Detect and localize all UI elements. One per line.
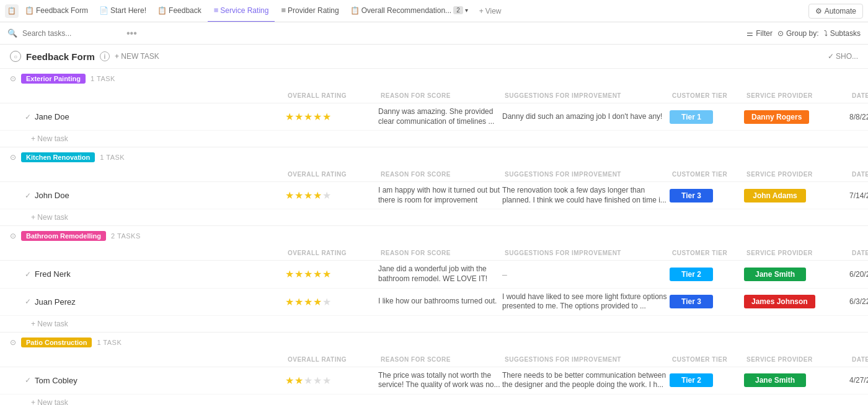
more-options-icon[interactable]: ••• [126, 28, 137, 39]
feedback-label: Feedback [169, 6, 202, 15]
show-btn[interactable]: ✓ SHO... [828, 52, 858, 61]
group-by-btn[interactable]: ⊙ Group by: [777, 29, 819, 38]
task-date: 6/3/22 [849, 297, 868, 306]
form-collapse-icon[interactable]: ○ [10, 51, 21, 62]
col-reason: REASON FOR SCORE [378, 355, 502, 364]
new-task-row[interactable]: + New task [0, 131, 868, 147]
info-icon[interactable]: i [100, 51, 110, 61]
filter-label: Filter [756, 29, 773, 38]
task-date: 6/20/22 [849, 270, 868, 279]
task-name-cell[interactable]: ✓ Fred Nerk [25, 269, 285, 279]
suggestions-text: The renovation took a few days longer th… [502, 186, 670, 205]
task-name-text: Tom Cobley [35, 376, 78, 385]
provider-rating-label: Provider Rating [288, 6, 339, 15]
star-filled-icon: ★ [285, 189, 294, 201]
filter-btn[interactable]: ⚌ Filter [746, 29, 773, 38]
task-date: 4/27/22 [849, 376, 868, 385]
search-input[interactable] [22, 29, 122, 38]
task-name-cell[interactable]: ✓ Tom Cobley [25, 376, 285, 385]
new-task-row[interactable]: + New task [0, 209, 868, 225]
provider-badge: James Johnson [744, 295, 815, 308]
page-title: Feedback Form [26, 51, 95, 62]
tab-overall-recommendation[interactable]: 📋 Overall Recommendation... 2 ▾ [345, 0, 473, 22]
section-exterior-painting: ⊙ Exterior Painting 1 TASK OVERALL RATIN… [0, 69, 868, 147]
col-service-provider: SERVICE PROVIDER [744, 355, 849, 364]
task-customer-tier: Tier 2 [670, 373, 744, 387]
star-filled-icon: ★ [313, 296, 322, 308]
task-suggestions: Danny did such an amazing job I don't ha… [502, 112, 670, 122]
automate-icon: ⚙ [815, 7, 822, 15]
section-collapse-icon[interactable]: ⊙ [10, 338, 16, 347]
column-headers: OVERALL RATING REASON FOR SCORE SUGGESTI… [0, 89, 868, 103]
star-empty-icon: ★ [313, 375, 322, 386]
task-stars: ★★★★★ [285, 189, 378, 201]
automate-btn[interactable]: ⚙ Automate [808, 4, 863, 19]
section-header: ⊙ Exterior Painting 1 TASK [0, 69, 868, 89]
provider-badge: John Adams [744, 189, 806, 202]
task-name-text: Fred Nerk [35, 269, 71, 279]
col-suggestions: SUGGESTIONS FOR IMPROVEMENT [502, 91, 670, 100]
group-by-label: Group by: [786, 29, 819, 38]
add-view-label: View [485, 7, 502, 15]
star-filled-icon: ★ [322, 111, 331, 123]
tab-feedback-form[interactable]: 📋 Feedback Form [20, 0, 93, 22]
task-stars: ★★★★★ [285, 296, 378, 308]
task-suggestions: There needs to be better communication b… [502, 371, 670, 390]
tab-provider-rating[interactable]: ≡ Provider Rating [276, 0, 343, 22]
group-by-icon: ⊙ [777, 29, 784, 38]
task-service-provider: Danny Rogers [744, 110, 849, 124]
task-suggestions: – [502, 269, 670, 279]
task-row: ✓ Fred Nerk ★★★★★ Jane did a wonderful j… [0, 261, 868, 288]
star-empty-icon: ★ [322, 375, 331, 386]
section-bathroom-remodelling: ⊙ Bathroom Remodelling 2 TASKS OVERALL R… [0, 226, 868, 332]
column-headers: OVERALL RATING REASON FOR SCORE SUGGESTI… [0, 246, 868, 261]
task-name-cell[interactable]: ✓ Jane Doe [25, 112, 285, 121]
section-header: ⊙ Patio Construction 1 TASK [0, 333, 868, 352]
tab-start-here[interactable]: 📄 Start Here! [94, 0, 151, 22]
new-task-btn[interactable]: + NEW TASK [115, 52, 159, 61]
star-filled-icon: ★ [304, 296, 312, 308]
col-overall-rating: OVERALL RATING [285, 91, 378, 100]
col-overall-rating: OVERALL RATING [285, 355, 378, 364]
new-task-row[interactable]: + New task [0, 394, 868, 405]
section-header: ⊙ Kitchen Renovation 1 TASK [0, 147, 868, 167]
task-customer-tier: Tier 3 [670, 295, 744, 308]
start-here-label: Start Here! [110, 6, 146, 15]
star-filled-icon: ★ [294, 296, 303, 308]
add-view-btn[interactable]: + View [474, 0, 507, 22]
new-task-row[interactable]: + New task [0, 316, 868, 332]
subtasks-btn[interactable]: ⤵ Subtasks [824, 29, 861, 38]
task-name-text: Jane Doe [35, 112, 69, 121]
overall-rec-icon: 📋 [350, 6, 360, 15]
col-customer-tier: CUSTOMER TIER [670, 355, 744, 364]
col-reason: REASON FOR SCORE [378, 170, 502, 179]
column-headers: OVERALL RATING REASON FOR SCORE SUGGESTI… [0, 167, 868, 182]
task-name-cell[interactable]: ✓ Juan Perez [25, 297, 285, 307]
task-row: ✓ Juan Perez ★★★★★ I like how our bathro… [0, 289, 868, 316]
star-filled-icon: ★ [313, 189, 322, 201]
star-filled-icon: ★ [285, 375, 294, 386]
task-name-cell[interactable]: ✓ John Doe [25, 191, 285, 200]
col-customer-tier: CUSTOMER TIER [670, 91, 744, 100]
star-filled-icon: ★ [285, 111, 294, 123]
tab-service-rating[interactable]: ≡ Service Rating [208, 0, 275, 22]
star-filled-icon: ★ [285, 268, 294, 280]
section-header: ⊙ Bathroom Remodelling 2 TASKS [0, 226, 868, 246]
section-collapse-icon[interactable]: ⊙ [10, 232, 16, 240]
suggestions-text: I would have liked to see more light fix… [502, 292, 670, 311]
section-collapse-icon[interactable]: ⊙ [10, 153, 16, 162]
provider-badge: Jane Smith [744, 373, 806, 387]
task-stars: ★★★★★ [285, 111, 378, 123]
automate-label: Automate [825, 7, 856, 15]
chevron-down-icon: ▾ [465, 7, 468, 14]
col-suggestions: SUGGESTIONS FOR IMPROVEMENT [502, 170, 670, 179]
feedback-form-label: Feedback Form [36, 6, 88, 15]
task-service-provider: Jane Smith [744, 373, 849, 387]
tab-feedback[interactable]: 📋 Feedback [153, 0, 206, 22]
task-name-text: Juan Perez [35, 297, 76, 307]
task-customer-tier: Tier 3 [670, 189, 744, 202]
section-patio-construction: ⊙ Patio Construction 1 TASK OVERALL RATI… [0, 333, 868, 405]
task-reason: The price was totally not worth the serv… [378, 371, 502, 390]
section-collapse-icon[interactable]: ⊙ [10, 74, 16, 83]
task-suggestions: The renovation took a few days longer th… [502, 186, 670, 205]
